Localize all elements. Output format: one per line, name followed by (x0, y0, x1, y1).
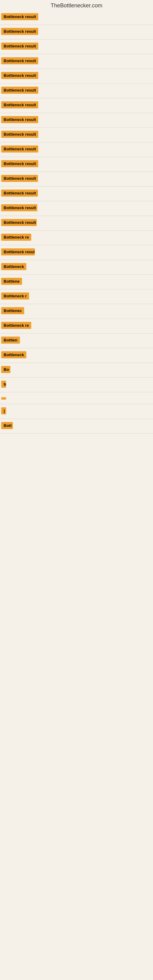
list-item: Bottleneck result (0, 84, 153, 98)
rows-container: Bottleneck resultBottleneck resultBottle… (0, 10, 153, 434)
site-title: TheBottlenecker.com (0, 0, 153, 10)
list-item: Bo (0, 363, 153, 378)
list-item: Bottleneck result (0, 186, 153, 201)
bottleneck-result-tag[interactable]: Bottleneck result (1, 13, 38, 20)
bottleneck-result-tag[interactable]: | (1, 407, 6, 414)
bottleneck-result-tag[interactable]: Bottleneck result (1, 101, 38, 108)
bottleneck-result-tag[interactable]: Bottleneck re (1, 322, 31, 329)
list-item: Bottleneck result (0, 10, 153, 25)
bottleneck-result-tag[interactable]: Bottleneck result (1, 43, 38, 49)
list-item: Bott (0, 419, 153, 434)
bottleneck-result-tag[interactable]: Bottleneck r (1, 293, 29, 299)
list-item: Bottleneck result (0, 69, 153, 84)
list-item: Bottleneck result (0, 172, 153, 186)
bottleneck-result-tag[interactable]: Bottleneck result (1, 57, 38, 64)
list-item: Bottleneck (0, 260, 153, 275)
bottleneck-result-tag[interactable]: Bottleneck result (1, 160, 38, 167)
list-item: Bottleneck result (0, 40, 153, 54)
list-item: Bottleneck result (0, 25, 153, 40)
bottleneck-result-tag[interactable] (1, 397, 6, 400)
list-item: Bottleneck result (0, 98, 153, 113)
bottleneck-result-tag[interactable]: Bottleneck result (1, 175, 38, 182)
bottleneck-result-tag[interactable]: Bottleneck result (1, 145, 38, 153)
list-item: Bottlene (0, 275, 153, 290)
bottleneck-result-tag[interactable]: Bottleneck (1, 263, 26, 270)
bottleneck-result-tag[interactable]: Bottleneck result (1, 189, 38, 197)
list-item: b (0, 378, 153, 392)
bottleneck-result-tag[interactable]: Bottleneck result (1, 116, 38, 123)
bottleneck-result-tag[interactable]: Bottlen (1, 337, 20, 344)
list-item: Bottleneck result (0, 142, 153, 157)
bottleneck-result-tag[interactable]: Bottleneck (1, 351, 26, 358)
list-item: Bottleneck result (0, 201, 153, 216)
list-item: Bottlenec (0, 304, 153, 319)
bottleneck-result-tag[interactable]: Bottleneck result (1, 28, 38, 35)
bottleneck-result-tag[interactable]: Bottleneck result (1, 204, 37, 211)
list-item: Bottlen (0, 334, 153, 348)
list-item: Bottleneck result (0, 157, 153, 172)
list-item: Bottleneck (0, 348, 153, 363)
bottleneck-result-tag[interactable]: Bottlenec (1, 307, 24, 314)
bottleneck-result-tag[interactable]: Bottleneck result (1, 72, 38, 79)
page-wrapper: TheBottlenecker.com Bottleneck resultBot… (0, 0, 153, 434)
bottleneck-result-tag[interactable]: Bottleneck resul (1, 248, 35, 255)
list-item: Bottleneck re (0, 319, 153, 334)
list-item: Bottleneck resul (0, 245, 153, 260)
list-item (0, 392, 153, 404)
bottleneck-result-tag[interactable]: Bott (1, 422, 13, 429)
list-item: Bottleneck result (0, 54, 153, 69)
list-item: Bottleneck result (0, 113, 153, 128)
list-item: Bottleneck r (0, 290, 153, 304)
list-item: | (0, 404, 153, 419)
bottleneck-result-tag[interactable]: Bo (1, 366, 10, 373)
bottleneck-result-tag[interactable]: Bottleneck result (1, 131, 38, 138)
bottleneck-result-tag[interactable]: Bottlene (1, 278, 22, 285)
bottleneck-result-tag[interactable]: Bottleneck result (1, 219, 37, 226)
bottleneck-result-tag[interactable]: Bottleneck re (1, 234, 31, 241)
list-item: Bottleneck result (0, 128, 153, 142)
bottleneck-result-tag[interactable]: b (1, 381, 6, 388)
list-item: Bottleneck re (0, 231, 153, 245)
bottleneck-result-tag[interactable]: Bottleneck result (1, 87, 38, 94)
list-item: Bottleneck result (0, 216, 153, 231)
